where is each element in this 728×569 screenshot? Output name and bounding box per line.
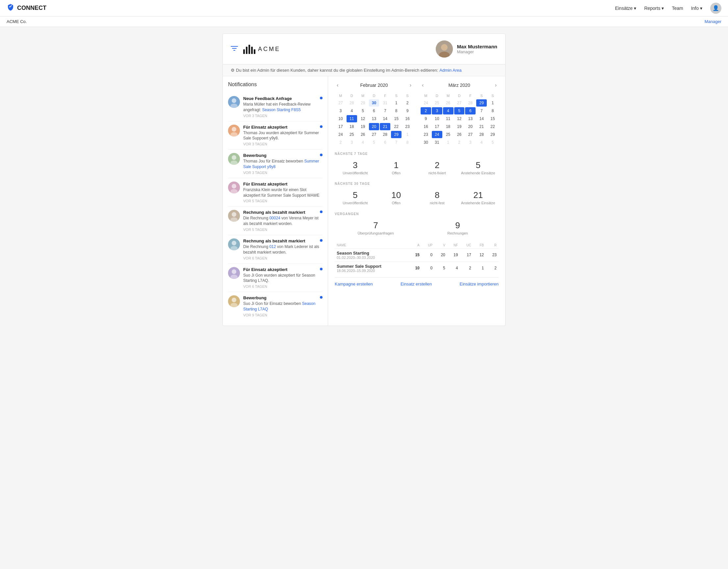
cal-day[interactable]: 2 (402, 99, 413, 107)
cal-day[interactable]: 1 (402, 131, 413, 138)
cal-day[interactable]: 21 (476, 123, 487, 130)
cal-day[interactable]: 4 (347, 107, 357, 115)
cal-day[interactable]: 29 (487, 131, 498, 138)
cal-day[interactable]: 25 (432, 99, 442, 107)
cal-day[interactable]: 26 (454, 131, 465, 138)
cal-day[interactable]: 26 (358, 131, 368, 138)
cal-day[interactable]: 31 (380, 99, 390, 107)
nav-einsatze[interactable]: Einsätze ▾ (615, 6, 637, 11)
cal-day[interactable]: 22 (487, 123, 498, 130)
cal-day[interactable]: 29 (358, 99, 368, 107)
cal-day[interactable]: 14 (380, 115, 390, 122)
cal-day[interactable]: 14 (476, 115, 487, 122)
cal-day[interactable]: 19 (358, 123, 368, 130)
cal-day[interactable]: 5 (487, 139, 498, 146)
cal-day[interactable]: 24 (421, 99, 431, 107)
cal-day[interactable]: 24 (432, 131, 442, 138)
cal-day[interactable]: 10 (432, 115, 442, 122)
filter-icon[interactable] (231, 45, 238, 53)
nav-reports[interactable]: Reports ▾ (644, 6, 664, 11)
cal-day[interactable]: 29 (476, 99, 487, 107)
cal-day[interactable]: 27 (335, 99, 346, 107)
cal-feb-prev[interactable]: ‹ (335, 82, 340, 89)
notif-link[interactable]: Season Starting L7AQ (243, 301, 315, 311)
notif-link[interactable]: 012 (269, 245, 276, 249)
cal-day[interactable]: 30 (421, 139, 431, 146)
cal-day[interactable]: 6 (369, 107, 379, 115)
cal-day[interactable]: 27 (465, 131, 476, 138)
role-link[interactable]: Manager (705, 19, 721, 24)
cal-day[interactable]: 24 (335, 131, 346, 138)
nav-team[interactable]: Team (672, 6, 683, 11)
cal-day[interactable]: 12 (454, 115, 465, 122)
cal-day[interactable]: 8 (487, 107, 498, 115)
cal-feb-next[interactable]: › (408, 82, 413, 89)
cal-day[interactable]: 7 (391, 139, 402, 146)
cal-day[interactable]: 15 (487, 115, 498, 122)
cal-day[interactable]: 7 (476, 107, 487, 115)
cal-day[interactable]: 27 (369, 131, 379, 138)
cal-day[interactable]: 20 (465, 123, 476, 130)
cal-day[interactable]: 4 (476, 139, 487, 146)
nav-info[interactable]: Info ▾ (691, 6, 702, 11)
cal-day[interactable]: 20 (369, 123, 379, 130)
cal-day[interactable]: 15 (391, 115, 402, 122)
cal-day[interactable]: 27 (454, 99, 465, 107)
cal-day[interactable]: 1 (487, 99, 498, 107)
cal-day[interactable]: 13 (369, 115, 379, 122)
cal-day[interactable]: 12 (358, 115, 368, 122)
create-deployment-link[interactable]: Einsatz erstellen (401, 282, 432, 286)
cal-day[interactable]: 7 (380, 107, 390, 115)
cal-day[interactable]: 3 (347, 139, 357, 146)
cal-day[interactable]: 28 (476, 131, 487, 138)
import-deployments-link[interactable]: Einsätze importieren (460, 282, 499, 286)
cal-day[interactable]: 11 (443, 115, 454, 122)
cal-day[interactable]: 2 (454, 139, 465, 146)
cal-day[interactable]: 22 (391, 123, 402, 130)
user-avatar-nav[interactable]: 👤 (710, 3, 721, 14)
cal-day[interactable]: 26 (443, 99, 454, 107)
cal-day[interactable]: 16 (402, 115, 413, 122)
cal-day[interactable]: 25 (347, 131, 357, 138)
notif-link[interactable]: Summer Sale Support y9y8 (243, 159, 319, 169)
cal-day[interactable]: 5 (454, 107, 465, 115)
cal-day[interactable]: 3 (465, 139, 476, 146)
notif-link[interactable]: Season Starting F8S5 (262, 108, 300, 112)
cal-mar-next[interactable]: › (493, 82, 499, 89)
admin-area-link[interactable]: Admin Area (439, 68, 461, 73)
cal-day[interactable]: 13 (465, 115, 476, 122)
cal-day[interactable]: 28 (347, 99, 357, 107)
cal-day[interactable]: 23 (421, 131, 431, 138)
cal-day[interactable]: 17 (432, 123, 442, 130)
cal-day[interactable]: 1 (443, 139, 454, 146)
cal-day[interactable]: 29 (391, 131, 402, 138)
cal-day[interactable]: 9 (402, 107, 413, 115)
cal-day[interactable]: 17 (335, 123, 346, 130)
cal-day[interactable]: 6 (380, 139, 390, 146)
cal-day[interactable]: 5 (358, 107, 368, 115)
cal-day[interactable]: 23 (402, 123, 413, 130)
cal-day[interactable]: 4 (443, 107, 454, 115)
cal-day[interactable]: 18 (347, 123, 357, 130)
cal-day[interactable]: 10 (335, 115, 346, 122)
cal-day[interactable]: 5 (369, 139, 379, 146)
cal-day[interactable]: 28 (465, 99, 476, 107)
cal-day[interactable]: 3 (335, 107, 346, 115)
cal-day[interactable]: 1 (391, 99, 402, 107)
create-campaign-link[interactable]: Kampagne erstellen (335, 282, 373, 286)
cal-day[interactable]: 11 (347, 115, 357, 122)
cal-day[interactable]: 2 (335, 139, 346, 146)
cal-day[interactable]: 21 (380, 123, 390, 130)
cal-day[interactable]: 16 (421, 123, 431, 130)
cal-day[interactable]: 8 (391, 107, 402, 115)
cal-day[interactable]: 19 (454, 123, 465, 130)
notif-link[interactable]: 00024 (269, 216, 280, 220)
cal-day[interactable]: 25 (443, 131, 454, 138)
cal-day[interactable]: 9 (421, 115, 431, 122)
cal-day[interactable]: 30 (369, 99, 379, 107)
cal-day[interactable]: 2 (421, 107, 431, 115)
cal-day[interactable]: 3 (432, 107, 442, 115)
cal-day[interactable]: 8 (402, 139, 413, 146)
cal-day[interactable]: 6 (465, 107, 476, 115)
cal-day[interactable]: 18 (443, 123, 454, 130)
